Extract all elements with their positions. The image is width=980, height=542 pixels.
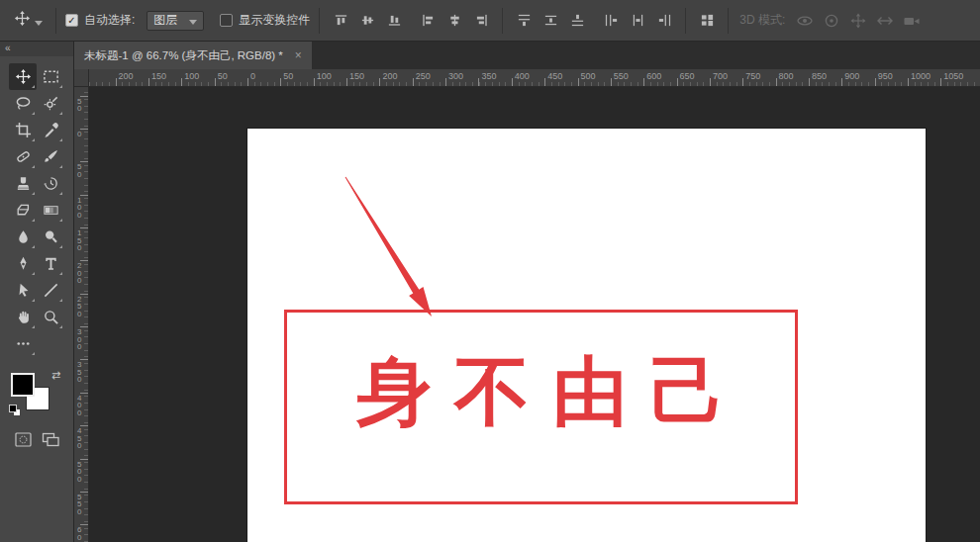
tool-gradient[interactable] [37,197,64,224]
tool-pen[interactable] [9,250,37,277]
v-ruler-label: 3 5 0 [77,361,81,384]
distribute-horizontal-centers-icon[interactable] [626,9,649,33]
tool-quick-selection[interactable] [37,90,64,117]
h-ruler-label: 800 [779,71,794,81]
3d-mode-label: 3D 模式: [739,12,785,29]
red-rectangle-annotation: 身不由己 [284,310,798,504]
horizontal-ruler[interactable]: 2001501005005010015020025030035040045050… [89,69,980,87]
align-top-edges-icon[interactable] [329,9,352,33]
tool-brush[interactable] [37,143,64,170]
3d-zoom-icon[interactable] [900,9,924,33]
tool-lasso[interactable] [9,90,37,117]
divider [55,8,56,34]
align-left-edges-icon[interactable] [416,9,440,33]
tool-rectangular-marquee[interactable] [37,63,64,90]
tool-zoom[interactable] [37,304,64,330]
show-transform-checkbox[interactable]: ✓ [220,14,233,27]
auto-select-checkbox[interactable]: ✓ [65,14,78,27]
auto-align-layers-icon[interactable] [695,9,719,33]
h-ruler-label: 1050 [943,71,963,81]
distribute-group [512,9,676,33]
slogan-text: 身不由己 [335,342,748,444]
distribute-left-edges-icon[interactable] [599,9,623,33]
v-ruler-label: 3 0 0 [77,328,81,351]
active-tool-preset[interactable] [10,10,47,31]
h-ruler-label: 150 [151,71,166,81]
collapse-panel-button[interactable]: « [0,42,73,56]
photoshop-window: ✓ 自动选择: 图层 ✓ 显示变换控件 3D 模式: « ⇄ [0,0,980,542]
v-ruler-label: 5 5 0 [77,494,81,516]
h-ruler-label: 950 [878,71,893,81]
tool-edit-toolbar[interactable] [9,330,37,357]
align-horizontal-centers-icon[interactable] [442,9,466,33]
tool-line[interactable] [37,277,64,304]
layer-dropdown[interactable]: 图层 [147,11,204,31]
h-ruler-label: 50 [218,71,228,81]
v-ruler-label: 4 0 0 [77,395,81,417]
tool-path-selection[interactable] [9,277,37,304]
h-ruler-label: 650 [680,71,695,81]
3d-mode-group [793,9,924,33]
v-ruler-label: 2 0 0 [77,262,81,285]
divider [728,8,729,34]
h-ruler-label: 900 [844,71,859,81]
tab-bar: 未标题-1 @ 66.7% (身不由己, RGB/8) * × [74,42,980,69]
h-ruler-label: 750 [745,71,760,81]
tool-move[interactable] [9,63,37,90]
tool-type[interactable] [37,250,64,277]
3d-rotate-icon[interactable] [793,9,817,33]
layer-dropdown-value: 图层 [153,12,177,29]
tool-hand[interactable] [9,304,37,330]
tools-panel: « ⇄ [0,42,74,542]
divider [502,8,503,34]
h-ruler-label: 500 [581,71,596,81]
tool-crop[interactable] [9,117,37,143]
3d-roll-icon[interactable] [820,9,843,33]
tool-blur[interactable] [9,224,37,250]
h-ruler-label: 150 [349,71,364,81]
screen-mode-icon[interactable] [42,432,59,451]
move-icon [14,10,31,31]
divider [685,8,686,34]
h-ruler-label: 600 [646,71,661,81]
distribute-vertical-centers-icon[interactable] [539,9,562,33]
document-tab-title: 未标题-1 @ 66.7% (身不由己, RGB/8) * [84,48,283,63]
swap-colors-icon[interactable]: ⇄ [51,369,60,382]
h-ruler-label: 400 [515,71,530,81]
tool-spot-healing-brush[interactable] [9,143,37,170]
tool-clone-stamp[interactable] [9,170,37,197]
distribute-top-edges-icon[interactable] [512,9,536,33]
ruler-origin-corner[interactable] [74,69,89,87]
canvas-area[interactable]: 身不由己 [89,87,980,542]
3d-slide-icon[interactable] [873,9,897,33]
v-ruler-label: 4 5 0 [77,427,81,450]
tool-eraser[interactable] [9,197,37,224]
distribute-bottom-edges-icon[interactable] [565,9,589,33]
foreground-color-swatch[interactable] [11,373,35,397]
chevron-down-icon [35,12,43,30]
h-ruler-label: 700 [713,71,728,81]
tool-history-brush[interactable] [37,170,64,197]
divider [319,8,320,34]
v-ruler-label: 5 0 [77,98,81,113]
document-tab[interactable]: 未标题-1 @ 66.7% (身不由己, RGB/8) * × [74,42,312,69]
tool-eyedropper[interactable] [37,117,64,143]
h-ruler-label: 100 [184,71,199,81]
h-ruler-label: 350 [481,71,496,81]
align-vertical-centers-icon[interactable] [355,9,379,33]
vertical-ruler[interactable]: 5 005 01 0 01 5 02 0 02 5 03 0 03 5 04 0… [74,87,89,542]
options-bar: ✓ 自动选择: 图层 ✓ 显示变换控件 3D 模式: [0,0,980,42]
align-right-edges-icon[interactable] [469,9,493,33]
quick-mask-icon[interactable] [15,432,32,451]
v-ruler-label: 6 0 0 [77,526,81,542]
tools-grid [0,63,73,357]
document-canvas[interactable]: 身不由己 [247,129,926,542]
h-ruler-label: 200 [382,71,397,81]
3d-drag-icon[interactable] [846,9,870,33]
v-ruler-label: 5 0 [77,163,81,178]
default-colors-icon[interactable] [9,405,22,417]
tool-dodge[interactable] [37,224,64,250]
align-bottom-edges-icon[interactable] [382,9,406,33]
close-tab-icon[interactable]: × [295,49,302,61]
distribute-right-edges-icon[interactable] [652,9,676,33]
